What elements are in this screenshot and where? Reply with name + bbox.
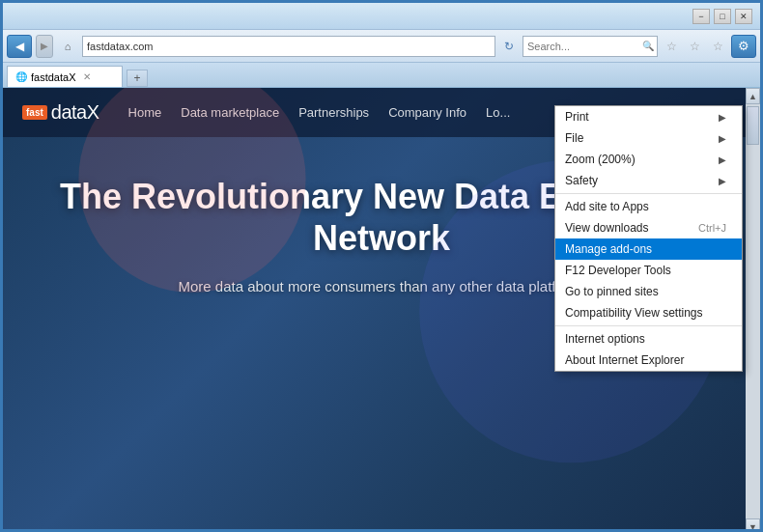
menu-item-view-downloads[interactable]: View downloads Ctrl+J [555,217,742,238]
menu-item-zoom-label: Zoom (200%) [565,153,719,166]
menu-item-internet-options-label: Internet options [565,332,726,346]
menu-item-print-arrow: ▶ [719,112,726,123]
favorites-star-button[interactable]: ☆ [685,36,704,57]
browser-content: fast dataX Home Data marketplace Partner… [3,88,760,532]
nav-item-home[interactable]: Home [128,105,162,120]
nav-item-company-info[interactable]: Company Info [388,105,466,120]
address-bar[interactable] [82,36,495,57]
menu-item-safety-arrow: ▶ [719,176,726,186]
scrollbar[interactable]: ▲ ▼ [746,88,760,532]
nav-item-more[interactable]: Lo... [486,105,510,120]
nav-item-partnerships[interactable]: Partnerships [298,105,369,120]
menu-separator-1 [555,193,742,194]
maximize-button[interactable]: □ [714,9,731,24]
menu-item-internet-options[interactable]: Internet options [555,328,742,350]
search-icon: 🔍 [642,41,654,51]
menu-item-pinned-sites-label: Go to pinned sites [565,285,726,298]
menu-item-about-ie-label: About Internet Explorer [565,353,726,367]
menu-separator-2 [555,325,742,326]
search-input[interactable] [523,36,658,57]
favorites-button[interactable]: ☆ [662,36,681,57]
menu-item-print[interactable]: Print ▶ [555,106,742,127]
new-tab-button[interactable]: + [127,70,148,87]
navigation-bar: ◀ ▶ ⌂ ↻ 🔍 ☆ ☆ ☆ ⚙ [3,30,760,63]
menu-item-manage-addons-label: Manage add-ons [565,242,726,256]
scroll-thumb[interactable] [747,106,759,145]
menu-item-add-site[interactable]: Add site to Apps [555,196,742,217]
logo-name: dataX [51,101,99,124]
menu-item-zoom[interactable]: Zoom (200%) ▶ [555,149,742,170]
minimize-button[interactable]: − [692,9,710,24]
scroll-down-button[interactable]: ▼ [746,518,760,532]
menu-item-zoom-arrow: ▶ [719,154,726,165]
site-logo: fast dataX [22,101,99,124]
tab-favicon: 🌐 [15,71,27,82]
back-button[interactable]: ◀ [7,35,32,58]
menu-item-file-label: File [565,131,719,145]
menu-item-view-downloads-label: View downloads [565,221,689,235]
nav-item-data-marketplace[interactable]: Data marketplace [181,105,279,120]
menu-item-safety-label: Safety [565,174,719,187]
refresh-button[interactable]: ↻ [499,36,519,57]
close-button[interactable]: ✕ [735,9,752,24]
menu-item-file[interactable]: File ▶ [555,127,742,149]
menu-item-compat-view[interactable]: Compatibility View settings [555,302,742,323]
menu-item-compat-view-label: Compatibility View settings [565,306,726,320]
site-navigation: Home Data marketplace Partnerships Compa… [128,105,511,120]
menu-item-about-ie[interactable]: About Internet Explorer [555,350,742,371]
menu-item-f12-label: F12 Developer Tools [565,264,726,277]
menu-item-f12[interactable]: F12 Developer Tools [555,260,742,281]
logo-fast-badge: fast [22,105,47,120]
menu-item-safety[interactable]: Safety ▶ [555,170,742,191]
home-button[interactable]: ⌂ [57,36,78,57]
menu-item-view-downloads-shortcut: Ctrl+J [698,222,726,234]
tab-label: fastdataX [31,71,75,83]
menu-item-print-label: Print [565,110,719,124]
scroll-up-button[interactable]: ▲ [746,88,760,104]
website: fast dataX Home Data marketplace Partner… [3,88,760,532]
menu-item-pinned-sites[interactable]: Go to pinned sites [555,281,742,302]
tools-button[interactable]: ⚙ [731,35,756,58]
menu-item-add-site-label: Add site to Apps [565,200,726,213]
menu-item-file-arrow: ▶ [719,133,726,144]
favorites-add-button[interactable]: ☆ [708,36,727,57]
title-bar-buttons: − □ ✕ [692,9,752,24]
browser-tab[interactable]: 🌐 fastdataX ✕ [7,66,123,87]
forward-button[interactable]: ▶ [36,35,53,58]
title-bar: − □ ✕ [3,3,760,30]
menu-item-manage-addons[interactable]: Manage add-ons [555,238,742,260]
tab-bar: 🌐 fastdataX ✕ + [3,63,760,88]
context-menu: Print ▶ File ▶ Zoom (200%) ▶ Safety ▶ Ad… [554,105,743,372]
tab-close-button[interactable]: ✕ [83,71,91,82]
